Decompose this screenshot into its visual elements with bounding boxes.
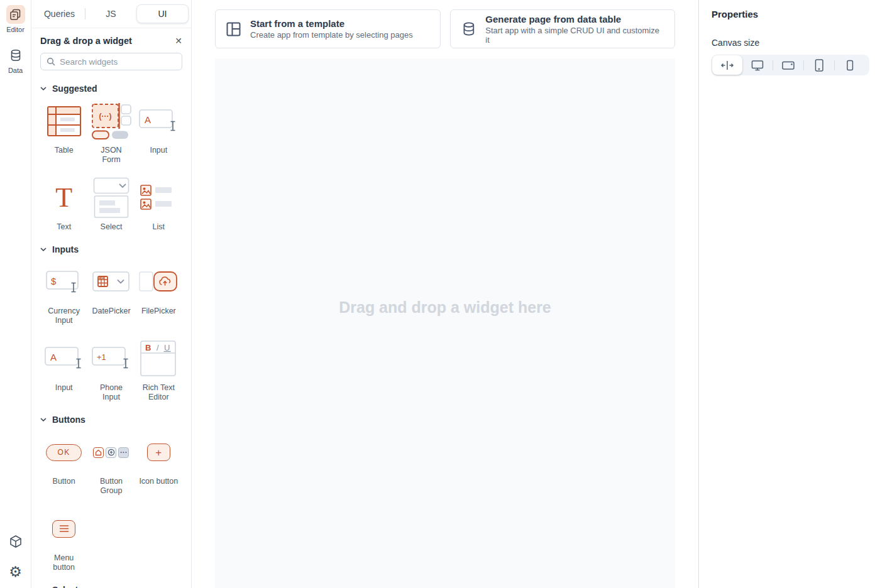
svg-text:+1: +1 — [97, 352, 106, 362]
widget-icon-button[interactable]: + Icon button — [135, 434, 182, 496]
main-area: Start from a template Create app from te… — [192, 0, 698, 588]
widget-label: Menu button — [45, 553, 84, 572]
canvas-size-label: Canvas size — [712, 38, 867, 48]
canvas-size-control — [712, 55, 869, 75]
widget-menu-button[interactable]: Menu button — [40, 511, 87, 572]
text-widget-icon: T — [55, 180, 72, 216]
editor-pages-icon — [6, 5, 25, 24]
widget-label: Phone Input — [92, 383, 131, 402]
tablet-portrait-icon — [811, 58, 827, 73]
rail-item-editor[interactable]: Editor — [6, 5, 25, 33]
section-select-header[interactable]: Select — [40, 585, 182, 588]
canvas-size-mobile-button[interactable] — [835, 55, 865, 75]
svg-text:B: B — [145, 342, 151, 352]
tab-js[interactable]: JS — [85, 5, 136, 23]
widget-text[interactable]: T Text — [40, 180, 87, 232]
canvas-size-desktop-button[interactable] — [742, 55, 773, 75]
close-icon[interactable]: ✕ — [175, 36, 182, 45]
widget-label: Button — [45, 477, 84, 486]
widget-list: Suggested — [31, 70, 191, 588]
tab-queries[interactable]: Queries — [34, 5, 85, 23]
section-suggested: Suggested — [31, 84, 191, 231]
settings-gear-icon[interactable]: ⚙ — [9, 565, 22, 579]
input-widget-icon: A — [139, 103, 178, 139]
template-icon — [226, 22, 241, 36]
widget-currency-input[interactable]: $ Currency Input — [40, 264, 87, 325]
widget-panel: Queries JS UI Drag & drop a widget ✕ Sug… — [31, 0, 192, 588]
widget-filepicker[interactable]: FilePicker — [135, 264, 182, 325]
tab-ui[interactable]: UI — [136, 4, 189, 23]
widget-label: Icon button — [139, 477, 178, 486]
widget-json-form[interactable]: (···) JSON Form — [87, 103, 135, 165]
button-widget-icon: OK — [46, 434, 82, 471]
properties-panel: Properties Canvas size — [698, 0, 880, 588]
select-widget-icon — [93, 180, 129, 216]
section-inputs-header[interactable]: Inputs — [40, 244, 182, 254]
svg-text:A: A — [145, 114, 151, 125]
widget-label: Button Group — [92, 477, 131, 496]
section-label: Select — [52, 585, 78, 588]
widget-select[interactable]: Select — [87, 180, 135, 232]
libraries-cube-icon[interactable] — [9, 535, 23, 551]
widget-datepicker[interactable]: DatePicker — [87, 264, 135, 325]
widget-label: Table — [45, 146, 84, 155]
datepicker-widget-icon — [92, 264, 130, 300]
canvas-size-tablet-portrait-button[interactable] — [804, 55, 834, 75]
widget-label: Select — [92, 222, 131, 232]
canvas-size-fluid-button[interactable] — [712, 55, 742, 75]
widget-list[interactable]: List — [135, 180, 182, 232]
start-from-template-card[interactable]: Start from a template Create app from te… — [215, 9, 441, 48]
rail-item-data[interactable]: Data — [6, 46, 25, 74]
svg-text:$: $ — [51, 276, 57, 286]
circle-plus-icon — [106, 447, 116, 458]
section-suggested-header[interactable]: Suggested — [40, 84, 182, 94]
canvas-drop-zone[interactable]: Drag and drop a widget here — [215, 58, 675, 588]
svg-text:/: / — [157, 342, 159, 352]
editor-tabs: Queries JS UI — [31, 0, 191, 28]
widget-label: Currency Input — [45, 307, 84, 325]
widget-input-2[interactable]: A Input — [40, 340, 87, 402]
widget-grid-suggested: Table (···) — [40, 103, 182, 231]
section-buttons: Buttons OK Button — [31, 415, 191, 572]
input-widget-icon: A — [45, 340, 84, 377]
widget-search — [40, 53, 182, 70]
widget-panel-title: Drag & drop a widget — [40, 36, 132, 46]
widget-button[interactable]: OK Button — [40, 434, 87, 496]
search-icon — [47, 57, 55, 66]
ellipsis-icon: ··· — [118, 447, 129, 458]
json-form-widget-icon: (···) — [91, 103, 131, 139]
starter-cards: Start from a template Create app from te… — [215, 9, 675, 48]
canvas-size-tablet-landscape-button[interactable] — [773, 55, 803, 75]
widget-label: DatePicker — [92, 307, 131, 316]
widget-button-group[interactable]: ··· Button Group — [87, 434, 135, 496]
widget-label: List — [139, 222, 178, 232]
widget-phone-input[interactable]: +1 Phone Input — [87, 340, 135, 402]
search-input[interactable] — [60, 57, 176, 67]
svg-text:(···): (···) — [99, 112, 111, 121]
home-icon — [93, 447, 104, 458]
card-title: Generate page from data table — [485, 14, 664, 24]
section-buttons-header[interactable]: Buttons — [40, 415, 182, 425]
section-select: Select — [31, 585, 191, 588]
rich-text-editor-widget-icon: B / U — [140, 340, 177, 377]
canvas-placeholder-text: Drag and drop a widget here — [339, 298, 551, 317]
chevron-down-icon — [40, 418, 47, 422]
widget-rich-text-editor[interactable]: B / U Rich Text Editor — [135, 340, 182, 402]
generate-from-data-card[interactable]: Generate page from data table Start app … — [450, 9, 676, 48]
properties-title: Properties — [712, 9, 867, 19]
widget-table[interactable]: Table — [40, 103, 87, 165]
icon-button-widget-icon: + — [147, 434, 170, 471]
menu-button-widget-icon — [52, 511, 75, 547]
widget-label: Input — [139, 146, 178, 155]
section-label: Buttons — [52, 415, 85, 425]
left-rail: Editor Data ⚙ — [0, 0, 31, 588]
chevron-down-icon — [40, 248, 47, 251]
section-label: Suggested — [52, 84, 97, 94]
widget-input[interactable]: A Input — [135, 103, 182, 165]
database-icon — [6, 46, 25, 65]
rail-bottom-group: ⚙ — [9, 535, 23, 588]
desktop-icon — [750, 58, 765, 73]
svg-text:A: A — [50, 351, 57, 362]
widget-label: Input — [45, 383, 84, 393]
section-label: Inputs — [52, 244, 79, 254]
